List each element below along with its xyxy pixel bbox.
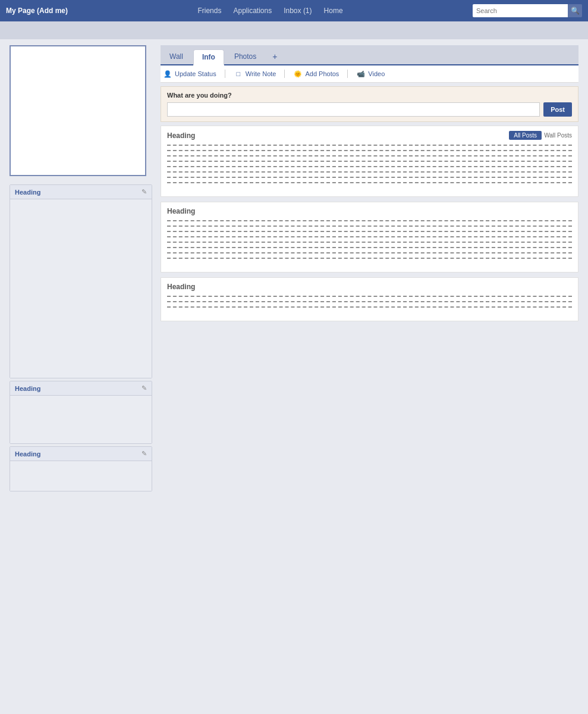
dashed-line — [167, 301, 572, 302]
dashed-line — [167, 226, 572, 227]
nav-applications[interactable]: Applications — [233, 7, 272, 15]
action-separator-3 — [347, 70, 348, 78]
action-update-status[interactable]: 👤 Update Status — [163, 69, 216, 79]
sidebar-widget-2-header: Heading ✎ — [10, 381, 152, 396]
dashed-line — [167, 182, 572, 183]
status-box: What are you doing? Post — [161, 86, 578, 122]
action-add-photos[interactable]: 🌞 Add Photos — [293, 69, 339, 79]
sidebar-widget-3-edit-icon[interactable]: ✎ — [142, 450, 147, 458]
wall-section-2: Heading — [161, 202, 578, 273]
tabs-bar: Wall Info Photos + — [161, 45, 578, 65]
tab-wall[interactable]: Wall — [161, 49, 192, 64]
dashed-line — [167, 247, 572, 248]
dashed-line — [167, 177, 572, 178]
search-area: 🔍 — [473, 4, 582, 17]
dashed-line — [167, 166, 572, 167]
wall-section-1: Heading All Posts Wall Posts — [161, 126, 578, 197]
dashed-line — [167, 258, 572, 259]
status-input[interactable] — [167, 102, 540, 117]
sidebar-widget-3-header: Heading ✎ — [10, 447, 152, 461]
dashed-line — [167, 220, 572, 221]
nav-friends[interactable]: Friends — [197, 7, 221, 15]
dashed-line — [167, 242, 572, 243]
dashed-line — [167, 306, 572, 308]
sidebar-widget-2-body — [10, 396, 152, 443]
sidebar-widget-2: Heading ✎ — [10, 381, 152, 444]
search-input[interactable] — [473, 4, 568, 17]
action-add-photos-label: Add Photos — [305, 70, 339, 77]
dashed-line — [167, 236, 572, 237]
nav-links: Friends Applications Inbox (1) Home — [78, 7, 462, 15]
write-note-icon: □ — [234, 69, 243, 79]
action-write-note[interactable]: □ Write Note — [234, 69, 276, 79]
dashed-line — [167, 161, 572, 162]
wall-section-3-heading: Heading — [167, 283, 195, 291]
filter-all-posts[interactable]: All Posts — [509, 131, 542, 140]
tab-photos[interactable]: Photos — [225, 49, 265, 64]
update-status-icon: 👤 — [163, 69, 172, 79]
dashed-line — [167, 296, 572, 297]
left-sidebar: Heading ✎ Heading ✎ Heading ✎ — [10, 45, 152, 494]
content-area: Heading ✎ Heading ✎ Heading ✎ Wall — [0, 39, 588, 500]
main-content: Wall Info Photos + 👤 Update Status □ Wri… — [161, 45, 578, 326]
profile-photo — [10, 45, 146, 176]
dashed-line — [167, 252, 572, 253]
wall-section-1-header: Heading All Posts Wall Posts — [167, 131, 572, 140]
action-update-status-label: Update Status — [175, 70, 216, 77]
dashed-line — [167, 171, 572, 173]
brand-title: My Page (Add me) — [6, 7, 68, 15]
sidebar-widget-2-edit-icon[interactable]: ✎ — [142, 384, 147, 392]
sidebar-widget-3: Heading ✎ — [10, 446, 152, 491]
status-input-row: Post — [167, 102, 572, 117]
video-icon: 📹 — [356, 69, 366, 79]
sidebar-widget-3-heading: Heading — [15, 450, 40, 458]
wall-section-2-header: Heading — [167, 207, 572, 215]
wall-content-block-2 — [167, 220, 572, 259]
post-button[interactable]: Post — [543, 102, 572, 117]
wall-section-3-header: Heading — [167, 283, 572, 291]
dashed-line — [167, 150, 572, 151]
top-navigation: My Page (Add me) Friends Applications In… — [0, 0, 588, 21]
dashed-line — [167, 231, 572, 232]
sidebar-widget-1: Heading ✎ — [10, 184, 152, 378]
sidebar-widget-2-heading: Heading — [15, 385, 40, 392]
add-photos-icon: 🌞 — [293, 69, 303, 79]
sidebar-widget-1-heading: Heading — [15, 189, 40, 196]
nav-inbox[interactable]: Inbox (1) — [284, 7, 312, 15]
sidebar-widget-1-body — [10, 199, 152, 378]
search-button[interactable]: 🔍 — [568, 4, 582, 17]
action-video[interactable]: 📹 Video — [356, 69, 385, 79]
profile-header-banner — [0, 21, 588, 39]
sidebar-widget-3-body — [10, 461, 152, 491]
sidebar-widget-1-edit-icon[interactable]: ✎ — [142, 188, 147, 196]
nav-home[interactable]: Home — [324, 7, 343, 15]
wall-content-block-3 — [167, 296, 572, 308]
action-video-label: Video — [368, 70, 385, 77]
status-label: What are you doing? — [167, 92, 572, 99]
dashed-line — [167, 145, 572, 146]
wall-section-1-heading: Heading — [167, 131, 195, 140]
filter-wall-posts[interactable]: Wall Posts — [544, 132, 572, 139]
filter-buttons: All Posts Wall Posts — [509, 131, 572, 140]
action-separator-2 — [284, 70, 285, 78]
action-write-note-label: Write Note — [246, 70, 276, 77]
dashed-line — [167, 155, 572, 156]
sidebar-widget-1-header: Heading ✎ — [10, 185, 152, 199]
action-bar: 👤 Update Status □ Write Note 🌞 Add Photo… — [161, 65, 578, 83]
tab-add-button[interactable]: + — [266, 49, 283, 64]
action-separator-1 — [225, 70, 225, 78]
wall-content-block-1 — [167, 145, 572, 183]
wall-section-2-heading: Heading — [167, 207, 195, 215]
wall-section-3: Heading — [161, 277, 578, 321]
tab-info[interactable]: Info — [193, 49, 224, 65]
